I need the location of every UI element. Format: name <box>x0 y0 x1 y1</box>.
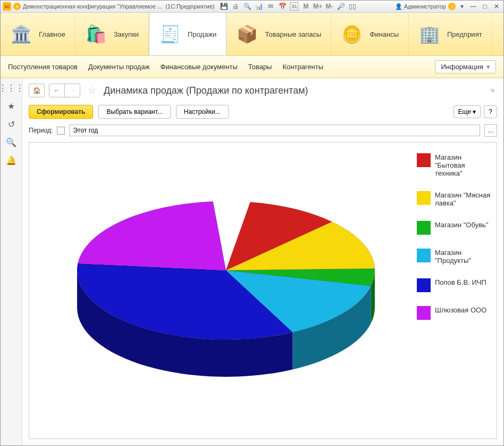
favorite-toggle-icon[interactable]: ☆ <box>88 85 96 96</box>
page-title: Динамика продаж (Продажи по контрагентам… <box>104 85 308 96</box>
legend-label: Магазин "Обувь" <box>435 221 488 229</box>
nav-icon: 🏛️ <box>10 23 32 45</box>
report-toolbar: Сформировать Выбрать вариант... Настройк… <box>22 103 503 121</box>
subnav-info-button[interactable]: Информация ▾ <box>435 60 496 73</box>
print-icon[interactable]: 🖨 <box>231 2 240 11</box>
nav-Товарные запасы[interactable]: 📦Товарные запасы <box>226 13 331 55</box>
chart-legend: Магазин "Бытовая техника"Магазин "Мясная… <box>417 153 491 334</box>
period-label: Период: <box>29 127 53 134</box>
period-row: Период: … <box>22 121 503 140</box>
more-button[interactable]: Еще ▾ <box>453 105 481 118</box>
nav-Предприят[interactable]: 🏢Предприят <box>409 13 492 55</box>
nav-label: Продажи <box>188 30 216 38</box>
nav-label: Закупки <box>114 30 139 38</box>
compare-icon[interactable]: 📊 <box>255 2 263 11</box>
legend-item: Магазин "Продукты" <box>417 249 491 265</box>
nav-icon: 🧾 <box>159 23 181 45</box>
close-button[interactable]: ✕ <box>492 3 501 10</box>
info-icon[interactable]: i <box>448 3 456 10</box>
nav-Главное[interactable]: 🏛️Главное <box>1 13 75 55</box>
sub-nav: Поступления товаров Документы продаж Фин… <box>1 56 503 78</box>
subnav-receipts[interactable]: Поступления товаров <box>8 63 78 71</box>
legend-item: Шлюзовая ООО <box>417 306 491 320</box>
nav-icon: 📦 <box>236 23 258 45</box>
home-button[interactable]: 🏠 <box>29 84 45 97</box>
settings-button[interactable]: Настройки... <box>176 105 229 119</box>
app-logo: 1c <box>3 2 11 11</box>
legend-swatch <box>417 278 431 292</box>
nav-icon: 🪙 <box>341 23 363 45</box>
apps-icon[interactable]: ⋮⋮⋮ <box>6 82 16 93</box>
help-dropdown-icon[interactable]: ▾ <box>458 2 466 11</box>
period-picker-button[interactable]: … <box>484 124 497 137</box>
app-menu-dropdown[interactable]: ▾ <box>13 3 21 10</box>
save-icon[interactable]: 💾 <box>220 2 228 11</box>
maximize-button[interactable]: □ <box>480 3 490 10</box>
panels-icon[interactable]: ▯▯ <box>348 2 357 11</box>
m-plus-icon[interactable]: M+ <box>313 2 322 11</box>
legend-item: Магазин "Мясная лавка" <box>417 191 491 207</box>
pie-slice <box>78 202 226 271</box>
history-icon[interactable]: ↺ <box>6 119 16 129</box>
legend-label: Шлюзовая ООО <box>435 306 486 314</box>
nav-icon: 🏢 <box>418 23 441 45</box>
legend-swatch <box>417 221 431 235</box>
legend-swatch <box>417 306 431 320</box>
subnav-fin-docs[interactable]: Финансовые документы <box>160 63 237 71</box>
legend-item: Магазин "Бытовая техника" <box>417 153 491 177</box>
nav-Финансы[interactable]: 🪙Финансы <box>331 13 409 55</box>
preview-icon[interactable]: 🔍 <box>243 2 251 11</box>
nav-Закупки[interactable]: 🛍️Закупки <box>75 13 149 55</box>
period-checkbox[interactable] <box>57 127 65 135</box>
subnav-goods[interactable]: Товары <box>248 63 272 71</box>
titlebar: 1c ▾ Демонстрационная конфигурация "Упра… <box>1 1 503 13</box>
nav-label: Финансы <box>369 30 399 38</box>
legend-label: Магазин "Продукты" <box>435 249 491 265</box>
legend-swatch <box>417 249 431 262</box>
mail-icon[interactable]: ✉ <box>266 2 275 11</box>
m-icon[interactable]: M <box>301 2 310 11</box>
window-title: Демонстрационная конфигурация "Управляем… <box>23 3 214 10</box>
chart-area: Магазин "Бытовая техника"Магазин "Мясная… <box>29 142 497 439</box>
current-user[interactable]: 👤 Администратор <box>395 3 446 10</box>
period-input[interactable] <box>69 125 480 136</box>
nav-icon: 🛍️ <box>85 23 107 45</box>
left-sidebar: ⋮⋮⋮ ★ ↺ 🔍 🔔 <box>1 78 22 445</box>
subnav-sales-docs[interactable]: Документы продаж <box>88 63 149 71</box>
notifications-icon[interactable]: 🔔 <box>6 155 16 166</box>
back-button[interactable]: ← <box>49 84 65 97</box>
legend-swatch <box>417 191 431 205</box>
minimize-button[interactable]: — <box>468 3 478 10</box>
legend-label: Магазин "Бытовая техника" <box>435 153 491 177</box>
legend-label: Магазин "Мясная лавка" <box>435 191 491 207</box>
nav-label: Товарные запасы <box>265 30 321 38</box>
zoom-icon[interactable]: 🔎 <box>337 2 345 11</box>
help-button[interactable]: ? <box>484 105 497 118</box>
choose-variant-button[interactable]: Выбрать вариант... <box>98 105 170 119</box>
legend-item: Магазин "Обувь" <box>417 221 491 235</box>
favorite-icon[interactable]: ★ <box>6 101 16 111</box>
forward-button[interactable]: → <box>65 84 80 97</box>
nav-label: Главное <box>39 30 65 38</box>
page-header: 🏠 ← → ☆ Динамика продаж (Продажи по конт… <box>22 78 503 103</box>
calendar-icon[interactable]: 📅 <box>278 2 287 11</box>
legend-label: Попов Б.В. ИЧП <box>435 278 486 286</box>
run-report-button[interactable]: Сформировать <box>29 105 93 119</box>
legend-swatch <box>417 153 431 167</box>
legend-item: Попов Б.В. ИЧП <box>417 278 491 292</box>
nav-Продажи[interactable]: 🧾Продажи <box>149 13 226 55</box>
subnav-counterparties[interactable]: Контрагенты <box>282 63 323 71</box>
search-icon[interactable]: 🔍 <box>6 137 16 147</box>
nav-label: Предприят <box>447 30 482 38</box>
close-page-button[interactable]: × <box>489 84 497 97</box>
main-nav: 🏛️Главное🛍️Закупки🧾Продажи📦Товарные запа… <box>1 13 503 56</box>
calendar-day-icon[interactable]: 31 <box>290 2 298 11</box>
m-minus-icon[interactable]: M- <box>325 2 333 11</box>
pie-chart <box>35 148 417 425</box>
